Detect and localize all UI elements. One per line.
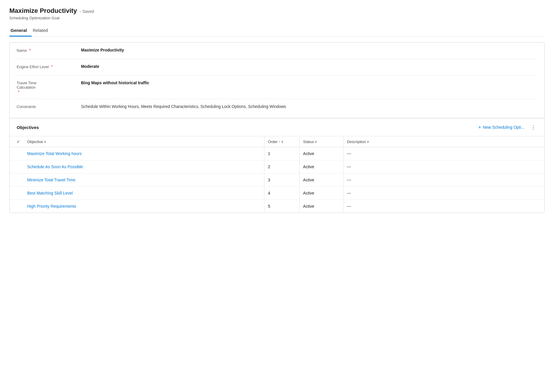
tab-bar: General Related	[9, 25, 545, 37]
th-status[interactable]: Status ∨	[300, 136, 343, 147]
check-icon: ✓	[17, 139, 20, 144]
objectives-table: ✓ Objective ∨ Order ↑ ∨	[10, 136, 544, 213]
more-options-button[interactable]: ⋮	[529, 123, 537, 131]
row-status: Active	[300, 160, 343, 173]
row-description: ---	[343, 200, 544, 213]
table-row[interactable]: Maximize Total Working hours 1 Active --…	[10, 147, 544, 160]
objectives-actions: + New Scheduling Opti... ⋮	[476, 123, 537, 131]
objective-link[interactable]: Maximize Total Working hours	[27, 151, 82, 156]
th-check: ✓	[10, 136, 24, 147]
form-section: Name * Maximize Productivity Engine Effo…	[10, 43, 544, 116]
label-constraints: Constraints	[17, 104, 81, 109]
row-description: ---	[343, 173, 544, 187]
th-order[interactable]: Order ↑ ∨	[264, 136, 300, 147]
row-order: 2	[264, 160, 300, 173]
objective-link[interactable]: Best Matching Skill Level	[27, 191, 73, 195]
form-row-engine-effort: Engine Effort Level * Moderate	[17, 59, 537, 75]
row-order: 5	[264, 200, 300, 213]
value-name: Maximize Productivity	[81, 47, 537, 52]
row-objective[interactable]: Maximize Total Working hours	[24, 147, 264, 160]
label-engine-effort: Engine Effort Level *	[17, 64, 81, 69]
plus-icon: +	[478, 125, 481, 130]
row-order: 4	[264, 187, 300, 200]
objectives-tbody: Maximize Total Working hours 1 Active --…	[10, 147, 544, 213]
form-row-travel-time: Travel Time Calculation * Bing Maps with…	[17, 75, 537, 99]
objectives-header: Objectives + New Scheduling Opti... ⋮	[10, 118, 544, 136]
row-check-cell	[10, 187, 24, 200]
label-name: Name *	[17, 47, 81, 53]
required-star-name: *	[29, 48, 31, 53]
objective-link[interactable]: High Priority Requirements	[27, 204, 76, 209]
row-check-cell	[10, 200, 24, 213]
tab-general[interactable]: General	[9, 25, 32, 37]
form-row-constraints: Constraints Schedule Within Working Hour…	[17, 99, 537, 116]
value-engine-effort: Moderate	[81, 64, 537, 69]
chevron-order-icon: ∨	[281, 140, 283, 144]
sort-up-icon: ↑	[278, 140, 280, 143]
table-row[interactable]: Minimize Total Travel Time 3 Active ---	[10, 173, 544, 187]
objective-link[interactable]: Schedule As Soon As Possible	[27, 164, 83, 169]
row-order: 1	[264, 147, 300, 160]
row-status: Active	[300, 200, 343, 213]
chevron-objective-icon: ∨	[44, 140, 46, 144]
tab-related[interactable]: Related	[32, 25, 53, 37]
row-description: ---	[343, 187, 544, 200]
row-description: ---	[343, 160, 544, 173]
chevron-status-icon: ∨	[315, 140, 317, 144]
row-check-cell	[10, 147, 24, 160]
th-objective[interactable]: Objective ∨	[24, 136, 264, 147]
objectives-section: Objectives + New Scheduling Opti... ⋮ ✓ …	[10, 118, 544, 213]
new-button-label: New Scheduling Opti...	[483, 125, 524, 130]
th-description[interactable]: Description ∨	[343, 136, 544, 147]
row-order: 3	[264, 173, 300, 187]
row-description: ---	[343, 147, 544, 160]
objective-link[interactable]: Minimize Total Travel Time	[27, 178, 75, 182]
table-row[interactable]: High Priority Requirements 5 Active ---	[10, 200, 544, 213]
row-objective[interactable]: Best Matching Skill Level	[24, 187, 264, 200]
table-header: ✓ Objective ∨ Order ↑ ∨	[10, 136, 544, 147]
value-travel-time: Bing Maps without historical traffic	[81, 80, 537, 85]
chevron-description-icon: ∨	[367, 140, 369, 144]
row-check-cell	[10, 173, 24, 187]
row-status: Active	[300, 147, 343, 160]
objectives-title: Objectives	[17, 125, 39, 130]
row-objective[interactable]: Schedule As Soon As Possible	[24, 160, 264, 173]
required-star-engine: *	[51, 64, 53, 69]
saved-status: - Saved	[80, 9, 94, 14]
label-travel-time: Travel Time Calculation *	[17, 80, 81, 94]
page-title: Maximize Productivity	[9, 7, 77, 15]
new-scheduling-button[interactable]: + New Scheduling Opti...	[476, 123, 527, 131]
table-row[interactable]: Schedule As Soon As Possible 2 Active --…	[10, 160, 544, 173]
row-status: Active	[300, 173, 343, 187]
form-row-name: Name * Maximize Productivity	[17, 43, 537, 59]
row-status: Active	[300, 187, 343, 200]
page-header: Maximize Productivity - Saved Scheduling…	[9, 7, 545, 20]
value-constraints: Schedule Within Working Hours, Meets Req…	[81, 104, 537, 109]
table-row[interactable]: Best Matching Skill Level 4 Active ---	[10, 187, 544, 200]
row-objective[interactable]: High Priority Requirements	[24, 200, 264, 213]
row-objective[interactable]: Minimize Total Travel Time	[24, 173, 264, 187]
page-subtitle: Scheduling Optimization Goal	[9, 16, 545, 20]
row-check-cell	[10, 160, 24, 173]
main-card: Name * Maximize Productivity Engine Effo…	[9, 42, 545, 213]
required-star-travel: *	[18, 90, 19, 94]
